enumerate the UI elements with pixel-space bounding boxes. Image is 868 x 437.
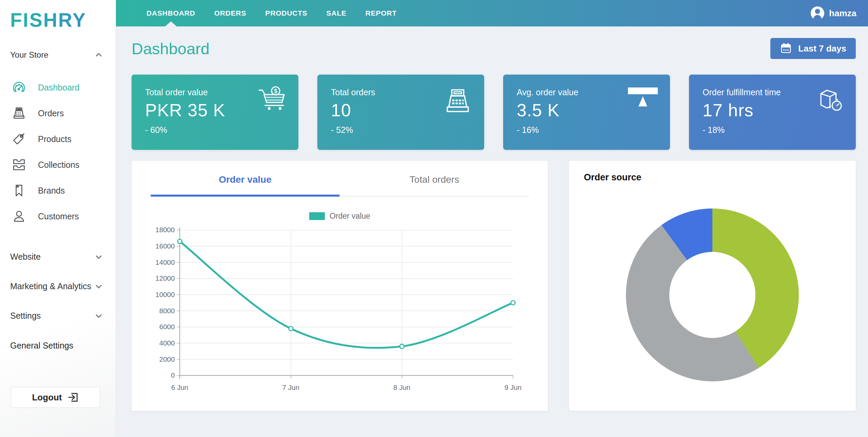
- price-tag-icon: [12, 132, 26, 146]
- svg-text:6000: 6000: [159, 323, 175, 331]
- line-chart: 0200040006000800010000120001400016000180…: [151, 222, 529, 400]
- sidebar-item-products[interactable]: Products: [0, 126, 116, 152]
- stat-delta: - 52%: [331, 125, 471, 135]
- sidebar-group-marketing-analytics[interactable]: Marketing & Analytics: [0, 272, 116, 301]
- sidebar-menu: Dashboard Orders: [0, 75, 116, 229]
- user-name: hamza: [829, 8, 856, 19]
- nav-item-orders[interactable]: ORDERS: [205, 0, 256, 26]
- sidebar-item-label: Customers: [38, 212, 79, 221]
- svg-text:7 Jun: 7 Jun: [282, 383, 299, 391]
- page-title: Dashboard: [132, 39, 210, 58]
- sidebar: FISHRY Your Store Das: [0, 0, 116, 437]
- tab-total-orders[interactable]: Total orders: [340, 174, 529, 197]
- order-value-line-chart: 0200040006000800010000120001400016000180…: [151, 222, 529, 400]
- stat-delta: - 16%: [517, 125, 656, 135]
- svg-text:0: 0: [171, 371, 175, 379]
- average-marker-icon: [627, 86, 658, 112]
- svg-text:12000: 12000: [155, 274, 175, 282]
- svg-text:9 Jun: 9 Jun: [505, 383, 521, 391]
- collections-icon: [12, 158, 26, 172]
- nav-item-dashboard[interactable]: DASHBOARD: [137, 0, 205, 26]
- sidebar-group-settings[interactable]: Settings: [0, 301, 116, 331]
- stat-delta: - 60%: [145, 125, 285, 135]
- stat-delta: - 18%: [703, 125, 842, 135]
- sidebar-item-brands[interactable]: Brands: [0, 178, 116, 203]
- nav-item-report[interactable]: REPORT: [356, 0, 406, 26]
- fishry-logo[interactable]: FISHRY: [10, 9, 116, 31]
- legend-label: Order value: [330, 212, 370, 221]
- svg-text:8 Jun: 8 Jun: [393, 383, 410, 391]
- tab-order-value[interactable]: Order value: [151, 174, 340, 197]
- sidebar-item-collections[interactable]: Collections: [0, 152, 116, 178]
- chevron-down-icon: [94, 311, 103, 321]
- stat-card-total-order-value: Total order value PKR 35 K - 60%: [132, 75, 298, 150]
- bookmark-icon: [12, 183, 26, 198]
- order-source-panel: Order source: [569, 161, 856, 411]
- sidebar-item-orders[interactable]: Orders: [0, 100, 116, 126]
- legend-swatch: [309, 212, 325, 220]
- order-value-chart-panel: Order value Total orders Order value 020…: [132, 161, 548, 411]
- svg-text:4000: 4000: [159, 339, 175, 347]
- user-avatar-icon: [811, 6, 824, 20]
- chevron-down-icon: [94, 252, 103, 262]
- logout-label: Logout: [32, 392, 62, 403]
- top-navigation: DASHBOARD ORDERS PRODUCTS SALE REPORT ha…: [116, 0, 868, 26]
- person-icon: [12, 209, 26, 223]
- stat-card-total-orders: Total orders 10 - 52%: [317, 75, 484, 150]
- stat-card-avg-order-value: Avg. order value 3.5 K - 16%: [503, 75, 670, 150]
- svg-text:2000: 2000: [159, 355, 175, 363]
- chart-tabs: Order value Total orders: [151, 174, 529, 197]
- sidebar-group-website[interactable]: Website: [0, 242, 116, 272]
- sidebar-group-your-store[interactable]: Your Store: [0, 50, 116, 60]
- main-area: DASHBOARD ORDERS PRODUCTS SALE REPORT ha…: [116, 0, 868, 437]
- group-label: Website: [10, 252, 41, 262]
- sidebar-item-label: Products: [38, 134, 72, 144]
- order-source-donut-chart: [626, 208, 799, 381]
- stat-card-order-fulfillment-time: Order fulfillment time 17 hrs - 18%: [689, 75, 856, 150]
- sidebar-item-label: Orders: [38, 108, 64, 118]
- chevron-down-icon: [94, 282, 103, 291]
- sidebar-item-label: Dashboard: [38, 83, 79, 93]
- sidebar-item-label: Collections: [38, 160, 79, 170]
- user-menu[interactable]: hamza: [811, 6, 868, 20]
- date-range-label: Last 7 days: [798, 43, 846, 54]
- chevron-up-icon: [94, 50, 103, 60]
- svg-text:16000: 16000: [155, 242, 175, 250]
- svg-text:14000: 14000: [155, 258, 175, 266]
- svg-text:$: $: [274, 88, 277, 94]
- sidebar-item-general-settings[interactable]: General Settings: [0, 335, 116, 356]
- dashboard-content: Dashboard Last 7 days Tot: [116, 26, 868, 437]
- cart-coin-icon: $: [254, 86, 287, 116]
- app-window: FISHRY Your Store Das: [0, 0, 868, 437]
- gauge-icon: [12, 80, 26, 95]
- sidebar-item-dashboard[interactable]: Dashboard: [0, 75, 116, 100]
- your-store-label: Your Store: [10, 50, 48, 60]
- date-range-button[interactable]: Last 7 days: [770, 38, 856, 59]
- order-source-title: Order source: [584, 172, 841, 183]
- stat-cards: Total order value PKR 35 K - 60%: [132, 75, 856, 150]
- sidebar-item-label: Brands: [38, 186, 65, 196]
- group-label: Marketing & Analytics: [10, 281, 91, 291]
- cash-register-icon: [443, 86, 473, 117]
- logout-icon: [67, 392, 79, 403]
- svg-text:6 Jun: 6 Jun: [171, 383, 188, 391]
- package-timer-icon: [817, 86, 844, 115]
- svg-text:10000: 10000: [155, 291, 175, 298]
- svg-text:18000: 18000: [155, 226, 175, 234]
- group-label: Settings: [10, 311, 41, 321]
- nav-item-products[interactable]: PRODUCTS: [256, 0, 317, 26]
- nav-item-sale[interactable]: SALE: [317, 0, 356, 26]
- logout-button[interactable]: Logout: [11, 387, 100, 408]
- cash-register-icon: [12, 106, 26, 120]
- sidebar-groups: Website Marketing & Analytics Settings: [0, 242, 116, 331]
- calendar-icon: [780, 42, 792, 55]
- chart-legend: Order value: [151, 212, 529, 221]
- sidebar-item-customers[interactable]: Customers: [0, 203, 116, 229]
- svg-text:8000: 8000: [159, 307, 175, 315]
